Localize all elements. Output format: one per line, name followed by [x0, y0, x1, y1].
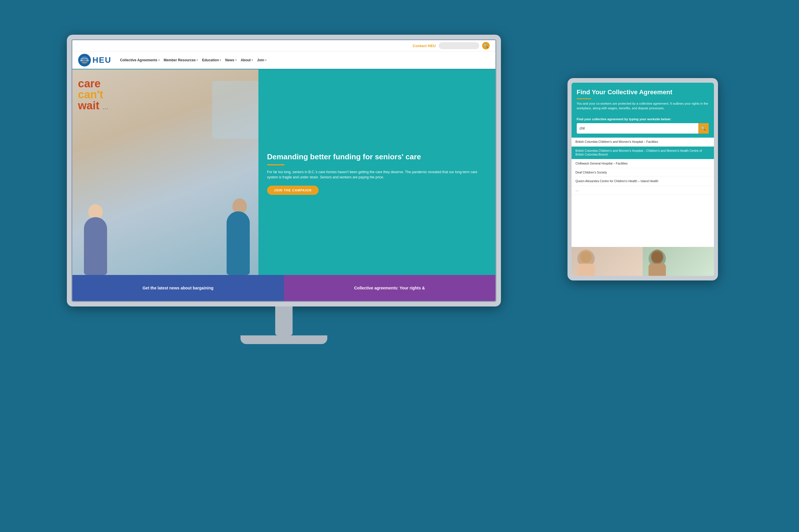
scene: Contact HEU 🔍 [52, 20, 747, 512]
card-collective-text: Collective agreements: Your rights & [354, 286, 425, 290]
tablet-content: Find Your Collective Agreement You and y… [571, 83, 714, 276]
card-collective[interactable]: Collective agreements: Your rights & [284, 275, 495, 301]
bottom-cards: Get the latest news about bargaining Col… [72, 275, 495, 301]
monitor-screen: Contact HEU 🔍 [72, 39, 496, 302]
dropdown-item-0[interactable]: British Columbia Children's and Women's … [571, 138, 714, 147]
tablet-outer: Find Your Collective Agreement You and y… [567, 78, 718, 281]
hero-body-text: For far too long, seniors in B.C.'s care… [267, 169, 487, 180]
care-line2: can't [78, 89, 108, 100]
chevron-down-icon-0: ▾ [158, 59, 160, 62]
nav-news-label: News [225, 58, 234, 62]
nav-about-label: About [241, 58, 251, 62]
tablet-search-label: Find your collective agreement by typing… [577, 117, 709, 121]
card-bargaining[interactable]: Get the latest news about bargaining [72, 275, 284, 301]
contact-link[interactable]: Contact HEU [413, 44, 436, 48]
tablet-search-box: 🔍 [577, 123, 709, 134]
dropdown-item-1[interactable]: British Columbia Children's and Women's … [571, 147, 714, 159]
website: Contact HEU 🔍 [72, 40, 495, 301]
svg-rect-9 [649, 264, 666, 276]
window-decoration [212, 81, 258, 139]
monitor: Contact HEU 🔍 [67, 35, 501, 353]
nav-bar: HOSPITAL EMPLOYEES UNION HEU Collective … [72, 52, 495, 70]
tablet-title-divider [577, 98, 591, 99]
logo-circle: HOSPITAL EMPLOYEES UNION [78, 54, 91, 66]
tablet-description: You and your co-workers are protected by… [577, 101, 709, 111]
svg-point-7 [580, 251, 592, 263]
nav-item-collective[interactable]: Collective Agreements ▾ [120, 58, 160, 62]
hero-section: care can't wait … [72, 70, 495, 275]
nav-item-education[interactable]: Education ▾ [202, 58, 221, 62]
nav-collective-agreements-label: Collective Agreements [120, 58, 158, 62]
monitor-stand [275, 306, 293, 336]
nav-item-news[interactable]: News ▾ [225, 58, 236, 62]
care-line1: care [78, 78, 108, 89]
tablet-search-area: Find your collective agreement by typing… [571, 114, 714, 138]
hero-title: Demanding better funding for seniors' ca… [267, 152, 487, 162]
nav-item-join[interactable]: Join ▾ [257, 58, 267, 62]
svg-text:UNION: UNION [82, 61, 87, 63]
nav-item-about[interactable]: About ▾ [241, 58, 253, 62]
dropdown-item-3[interactable]: Deaf Children's Society [571, 168, 714, 177]
search-button-top[interactable]: 🔍 [482, 42, 490, 50]
nav-items: Collective Agreements ▾ Member Resources… [120, 58, 490, 62]
monitor-base [240, 336, 327, 344]
tablet-header: Find Your Collective Agreement You and y… [571, 83, 714, 114]
logo-area: HOSPITAL EMPLOYEES UNION HEU [78, 54, 111, 66]
tablet-title: Find Your Collective Agreement [577, 89, 709, 96]
dropdown-item-4[interactable]: Queen Alexandra Centre for Children's He… [571, 177, 714, 186]
care-line3-text: wait [78, 99, 99, 112]
svg-rect-6 [577, 264, 595, 276]
nav-item-member[interactable]: Member Resources ▾ [164, 58, 198, 62]
campaign-button[interactable]: JOIN THE CAMPAIGN [267, 186, 319, 195]
tablet-search-input[interactable] [577, 124, 698, 133]
tablet-search-button[interactable]: 🔍 [698, 123, 709, 134]
tablet-images [571, 247, 714, 276]
svg-point-10 [651, 251, 663, 263]
monitor-outer: Contact HEU 🔍 [67, 35, 501, 306]
care-line3: wait … [78, 100, 108, 111]
tablet: Find Your Collective Agreement You and y… [567, 78, 718, 281]
nav-education-label: Education [202, 58, 219, 62]
chevron-down-icon-3: ▾ [235, 59, 237, 62]
tablet-person-figure-2 [643, 247, 677, 276]
tablet-screen: Find Your Collective Agreement You and y… [571, 83, 714, 276]
search-icon-tablet: 🔍 [701, 126, 706, 131]
top-bar: Contact HEU 🔍 [72, 40, 495, 52]
dropdown-item-2[interactable]: Chilliwack General Hospital – Facilities [571, 159, 714, 168]
search-icon-top: 🔍 [484, 44, 488, 48]
tablet-image-right [643, 247, 714, 276]
chevron-down-icon-5: ▾ [265, 59, 267, 62]
dropdown-item-5[interactable]: … [571, 186, 714, 195]
chevron-down-icon-2: ▾ [220, 59, 221, 62]
care-dots: … [103, 104, 108, 111]
card-bargaining-text: Get the latest news about bargaining [142, 286, 213, 290]
search-bar-top [439, 42, 479, 49]
hero-content: Demanding better funding for seniors' ca… [258, 70, 495, 275]
chevron-down-icon-1: ▾ [197, 59, 198, 62]
hero-image: care can't wait … [72, 70, 258, 275]
care-text-overlay: care can't wait … [78, 78, 108, 111]
tablet-image-left [571, 247, 643, 276]
chevron-down-icon-4: ▾ [252, 59, 253, 62]
hero-divider [267, 164, 285, 165]
logo-text[interactable]: HEU [93, 56, 111, 65]
nav-join-label: Join [257, 58, 264, 62]
elder-figure-body [84, 217, 107, 275]
tablet-dropdown: British Columbia Children's and Women's … [571, 138, 714, 247]
nav-member-resources-label: Member Resources [164, 58, 196, 62]
nurse-figure-body [226, 211, 250, 275]
tablet-person-figure-1 [571, 247, 606, 276]
